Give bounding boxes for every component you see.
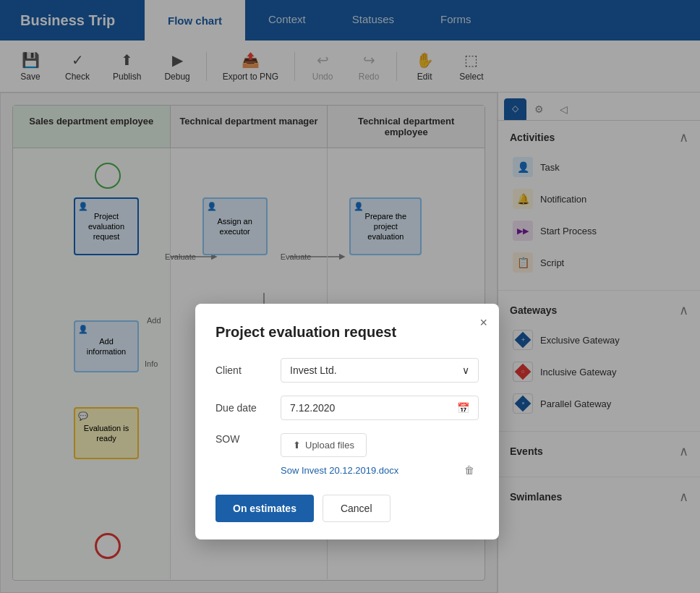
client-value: Invest Ltd.: [290, 364, 337, 376]
client-dropdown-icon: ∨: [462, 364, 469, 376]
upload-icon: ⬆: [293, 440, 301, 451]
client-label: Client: [215, 364, 281, 376]
on-estimates-button[interactable]: On estimates: [215, 495, 314, 522]
due-date-row: Due date 7.12.2020 📅: [215, 396, 479, 420]
modal-close-button[interactable]: ×: [479, 315, 487, 330]
file-link[interactable]: Sow Invest 20.12.2019.docx: [281, 465, 398, 476]
file-row: Sow Invest 20.12.2019.docx 🗑: [281, 463, 479, 477]
modal-title: Project evaluation request: [215, 324, 479, 341]
sow-row: SOW ⬆ Upload files Sow Invest 20.12.2019…: [215, 433, 479, 477]
modal-actions: On estimates Cancel: [215, 495, 479, 522]
sow-label: SOW: [215, 433, 281, 445]
cancel-button[interactable]: Cancel: [323, 495, 390, 522]
client-row: Client Invest Ltd. ∨: [215, 358, 479, 383]
upload-files-button[interactable]: ⬆ Upload files: [281, 433, 367, 457]
due-date-value: 7.12.2020: [290, 402, 335, 414]
file-delete-button[interactable]: 🗑: [460, 463, 479, 477]
client-select[interactable]: Invest Ltd. ∨: [281, 358, 479, 383]
upload-label: Upload files: [305, 440, 354, 451]
modal-dialog: Project evaluation request × Client Inve…: [195, 304, 499, 539]
calendar-icon: 📅: [457, 402, 469, 414]
due-date-label: Due date: [215, 402, 281, 414]
due-date-input[interactable]: 7.12.2020 📅: [281, 396, 479, 420]
modal-overlay: Project evaluation request × Client Inve…: [0, 0, 700, 593]
